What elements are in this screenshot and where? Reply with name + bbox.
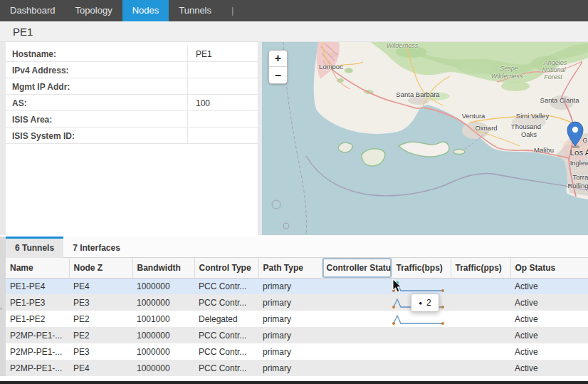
- column-header-name[interactable]: Name: [6, 258, 69, 278]
- tooltip-value: 2: [426, 298, 431, 308]
- cell-traffic-bps: [392, 343, 451, 360]
- cell-traffic-pps: [451, 360, 510, 376]
- cell-controller-status: [322, 327, 392, 343]
- map-zoom-out-button[interactable]: −: [269, 67, 287, 83]
- cell-traffic-pps: [451, 327, 510, 343]
- cell-bandwidth: 1000000: [132, 278, 194, 294]
- lower-tabstrip: 6 Tunnels7 Interfaces: [6, 237, 588, 258]
- column-header-traffic-pps[interactable]: Traffic(pps): [451, 258, 510, 278]
- field-value: [187, 78, 258, 94]
- node-detail-panel: Hostname:PE1IPv4 Address:Mgmt IP Addr:AS…: [6, 42, 258, 235]
- detail-row-isis-system-id: ISIS System ID:: [6, 128, 258, 144]
- cell-path-type: primary: [258, 360, 322, 376]
- tunnel-row-pe1-pe2-pe2[interactable]: PE1-PE2PE21001000DelegatedprimaryActive: [6, 311, 588, 327]
- field-label: Hostname:: [6, 46, 187, 61]
- cell-op-status: Active: [510, 343, 588, 360]
- cell-controller-status: [322, 278, 392, 294]
- page-title: PE1: [13, 26, 33, 38]
- cell-bandwidth: 1000000: [132, 327, 194, 343]
- field-label: ISIS System ID:: [6, 128, 187, 143]
- cell-op-status: Active: [510, 360, 588, 376]
- cell-traffic-bps: [392, 278, 451, 294]
- cell-path-type: primary: [258, 278, 322, 294]
- column-header-traffic-bps[interactable]: Traffic(bps): [392, 258, 451, 278]
- cell-path-type: primary: [258, 294, 322, 311]
- cell-controller-status: [322, 343, 392, 360]
- cell-node-z: PE4: [69, 360, 132, 376]
- cell-traffic-pps: [451, 294, 510, 311]
- traffic-sparkline: [392, 281, 447, 294]
- cell-controller-status: [322, 360, 392, 376]
- map-zoom-control: + −: [268, 50, 288, 84]
- field-value: [187, 62, 258, 78]
- field-label: ISIS Area:: [6, 111, 187, 127]
- field-label: IPv4 Address:: [6, 62, 187, 78]
- sparkline-tooltip: ● 2: [411, 294, 439, 312]
- detail-row-hostname: Hostname:PE1: [6, 46, 258, 62]
- field-label: Mgmt IP Addr:: [6, 78, 187, 94]
- tooltip-dot-icon: ●: [419, 300, 422, 306]
- cell-traffic-bps: [392, 311, 451, 327]
- map-panel[interactable]: WildernessLompocSanta BarbaraSespeWilder…: [262, 42, 588, 235]
- cell-traffic-bps: [392, 327, 451, 343]
- cell-bandwidth: 1000000: [132, 343, 194, 360]
- cell-control-type: PCC Contr...: [194, 343, 258, 360]
- tab-7-interfaces[interactable]: 7 Interfaces: [63, 237, 130, 258]
- column-header-path-type[interactable]: Path Type: [258, 258, 322, 278]
- nav-tab-topology[interactable]: Topology: [65, 0, 122, 21]
- cell-control-type: PCC Contr...: [194, 278, 258, 294]
- cell-controller-status: [322, 311, 392, 327]
- column-header-control-type[interactable]: Control Type: [194, 258, 258, 278]
- nav-tab-nodes[interactable]: Nodes: [122, 0, 169, 21]
- cell-controller-status: [322, 294, 392, 311]
- cell-bandwidth: 1001000: [132, 311, 194, 327]
- cell-op-status: Active: [510, 294, 588, 311]
- cell-node-z: PE2: [69, 311, 132, 327]
- cell-control-type: PCC Contr...: [194, 294, 258, 311]
- map-canvas: [262, 42, 588, 235]
- window-bottom-edge: [0, 381, 588, 384]
- detail-row-mgmt-ip-addr: Mgmt IP Addr:: [6, 78, 258, 95]
- tunnel-row-pe1-pe4-pe4[interactable]: PE1-PE4PE41000000PCC Contr...primaryActi…: [6, 278, 588, 294]
- detail-row-isis-area: ISIS Area:: [6, 111, 258, 128]
- cell-node-z: PE3: [69, 343, 132, 360]
- cell-op-status: Active: [510, 278, 588, 294]
- cell-bandwidth: 1000000: [132, 294, 194, 311]
- field-value: [187, 111, 258, 127]
- page-title-bar: PE1: [0, 21, 588, 42]
- column-header-controller-status[interactable]: Controller Status: [322, 258, 392, 278]
- column-header-bandwidth[interactable]: Bandwidth: [132, 258, 194, 278]
- traffic-sparkline: [392, 313, 447, 326]
- tunnels-panel: ‹ 6 Tunnels7 Interfaces NameNode ZBandwi…: [0, 235, 588, 381]
- tunnel-row-pe1-pe3-pe3[interactable]: PE1-PE3PE31000000PCC Contr...primaryActi…: [6, 294, 588, 311]
- tunnel-row-p2mp-pe1-pe3[interactable]: P2MP-PE1-...PE31000000PCC Contr...primar…: [6, 343, 588, 360]
- tunnel-row-p2mp-pe1-pe4[interactable]: P2MP-PE1-...PE41000000PCC Contr...primar…: [6, 360, 588, 376]
- cell-op-status: Active: [510, 327, 588, 343]
- cell-traffic-pps: [451, 278, 510, 294]
- cell-control-type: PCC Contr...: [194, 327, 258, 343]
- field-value: PE1: [187, 46, 258, 61]
- cell-path-type: primary: [258, 327, 322, 343]
- detail-row-as: AS:100: [6, 95, 258, 111]
- cell-name: P2MP-PE1-...: [6, 327, 69, 343]
- cell-control-type: Delegated: [194, 311, 258, 327]
- field-value: 100: [187, 95, 258, 110]
- column-header-op-status[interactable]: Op Status: [510, 258, 588, 278]
- column-header-node-z[interactable]: Node Z: [69, 258, 132, 278]
- cell-node-z: PE2: [69, 327, 132, 343]
- cell-name: PE1-PE4: [6, 278, 69, 294]
- top-nav-bar: DashboardTopologyNodesTunnels|: [0, 0, 588, 21]
- map-zoom-in-button[interactable]: +: [269, 51, 287, 67]
- nav-tab-tunnels[interactable]: Tunnels: [169, 0, 221, 21]
- field-label: AS:: [6, 95, 187, 110]
- cell-path-type: primary: [258, 343, 322, 360]
- cell-name: P2MP-PE1-...: [6, 343, 69, 360]
- nav-tab-dashboard[interactable]: Dashboard: [0, 0, 65, 21]
- tab-6-tunnels[interactable]: 6 Tunnels: [6, 237, 63, 258]
- tunnel-row-p2mp-pe1-pe2[interactable]: P2MP-PE1-...PE21000000PCC Contr...primar…: [6, 327, 588, 343]
- cell-node-z: PE4: [69, 278, 132, 294]
- tunnels-grid: NameNode ZBandwidthControl TypePath Type…: [6, 258, 588, 376]
- cell-traffic-pps: [451, 343, 510, 360]
- collapse-left-icon: ‹: [0, 305, 2, 312]
- panel-collapse-handle[interactable]: ‹: [0, 237, 6, 376]
